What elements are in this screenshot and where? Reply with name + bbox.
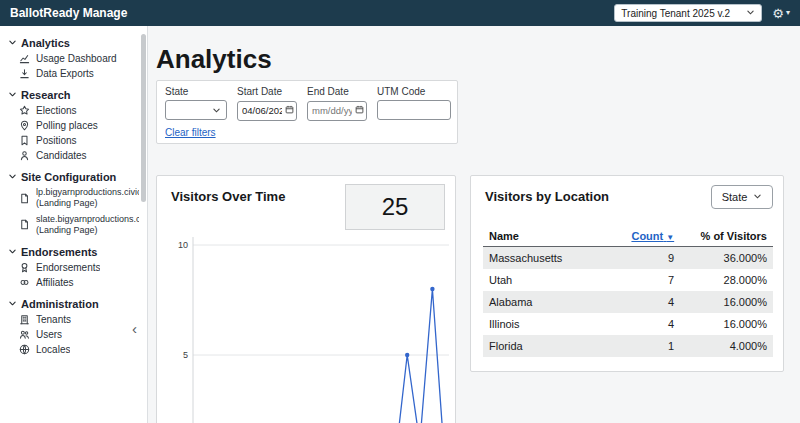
location-granularity-value: State	[722, 191, 748, 203]
affiliate-icon	[19, 277, 31, 288]
star-icon	[19, 105, 31, 116]
sidebar-section-site-configuration[interactable]: Site Configuration	[8, 168, 139, 185]
clear-filters-link[interactable]: Clear filters	[165, 127, 216, 138]
sidebar-item-users[interactable]: Users	[8, 327, 139, 342]
topbar: BallotReady Manage Training Tenant 2025 …	[0, 0, 800, 26]
chevron-down-icon	[753, 191, 762, 203]
sidebar-collapse-arrow-icon[interactable]: ‹	[132, 321, 137, 336]
sidebar-item-positions[interactable]: Positions	[8, 133, 139, 148]
sidebar-item-data-exports[interactable]: Data Exports	[8, 66, 139, 81]
sort-desc-icon: ▼	[666, 233, 674, 242]
person-icon	[19, 150, 31, 161]
table-row: Alabama416.000%	[483, 291, 773, 313]
visitors-by-location-table: Name Count ▼ % of Visitors Massachusetts…	[483, 226, 773, 357]
ribbon-icon	[19, 262, 31, 273]
svg-text:10: 10	[178, 240, 188, 250]
page-title: Analytics	[156, 44, 272, 75]
sidebar-item-slate-bigyarnproductions-civicer[interactable]: slate.bigyarnproductions.civicer(Landing…	[8, 212, 139, 239]
location-table-body: Massachusetts936.000%Utah728.000%Alabama…	[483, 247, 773, 358]
column-header-count-sort[interactable]: Count ▼	[605, 226, 680, 247]
export-icon	[19, 68, 31, 79]
visitors-over-time-card: Visitors Over Time 25 510	[156, 175, 456, 423]
app-title: BallotReady Manage	[10, 6, 604, 20]
chevron-down-icon	[8, 247, 17, 256]
sidebar-item-polling-places[interactable]: Polling places	[8, 118, 139, 133]
start-date-label: Start Date	[237, 86, 297, 97]
table-row: Utah728.000%	[483, 269, 773, 291]
sidebar-item-tenants[interactable]: Tenants	[8, 312, 139, 327]
visitors-by-location-title: Visitors by Location	[485, 189, 609, 204]
main-content: Analytics State Start Date	[148, 26, 800, 423]
visitors-by-location-card: Visitors by Location State Name Count ▼ …	[470, 175, 784, 372]
start-date-input[interactable]	[237, 101, 297, 121]
page-icon	[19, 219, 31, 230]
sidebar-section-endorsements[interactable]: Endorsements	[8, 243, 139, 260]
sidebar-item-elections[interactable]: Elections	[8, 103, 139, 118]
table-row: Florida14.000%	[483, 335, 773, 357]
svg-text:5: 5	[183, 350, 188, 360]
chevron-down-icon	[8, 172, 17, 181]
sidebar-section-administration[interactable]: Administration	[8, 295, 139, 312]
sidebar: AnalyticsUsage DashboardData ExportsRese…	[0, 26, 148, 423]
page-icon	[19, 193, 31, 204]
chart-icon	[19, 53, 31, 64]
sidebar-nav: AnalyticsUsage DashboardData ExportsRese…	[0, 26, 147, 365]
chevron-down-icon	[746, 8, 755, 19]
building-icon	[19, 314, 31, 325]
settings-menu-button[interactable]: ⚙ ▾	[772, 7, 790, 20]
location-granularity-select[interactable]: State	[711, 185, 773, 209]
chevron-down-icon	[8, 90, 17, 99]
sidebar-item-affiliates[interactable]: Affiliates	[8, 275, 139, 290]
chevron-down-icon	[8, 38, 17, 47]
pin-icon	[19, 120, 31, 131]
bookmark-icon	[19, 135, 31, 146]
column-header-name: Name	[483, 226, 605, 247]
state-filter-label: State	[165, 86, 227, 97]
chevron-down-icon: ▾	[786, 9, 790, 17]
chevron-down-icon	[212, 101, 221, 119]
sidebar-section-research[interactable]: Research	[8, 86, 139, 103]
end-date-label: End Date	[307, 86, 367, 97]
users-icon	[19, 329, 31, 340]
utm-code-input[interactable]	[377, 100, 451, 120]
column-header-percent: % of Visitors	[680, 226, 773, 247]
filters-panel: State Start Date End Date	[156, 80, 458, 144]
sidebar-item-endorsements[interactable]: Endorsements	[8, 260, 139, 275]
sidebar-item-lp-bigyarnproductions-civicengi[interactable]: lp.bigyarnproductions.civicengi(Landing …	[8, 185, 139, 212]
sidebar-scrollbar[interactable]	[141, 34, 146, 202]
sidebar-item-candidates[interactable]: Candidates	[8, 148, 139, 163]
total-visitors-value: 25	[345, 184, 445, 230]
sidebar-item-locales[interactable]: Locales	[8, 342, 139, 357]
gear-icon: ⚙	[772, 7, 784, 20]
visitors-chart: 510	[163, 231, 453, 423]
tenant-select[interactable]: Training Tenant 2025 v.2	[614, 4, 762, 22]
sidebar-section-analytics[interactable]: Analytics	[8, 34, 139, 51]
chevron-down-icon	[8, 299, 17, 308]
table-row: Massachusetts936.000%	[483, 247, 773, 270]
state-filter-select[interactable]	[165, 100, 227, 120]
table-row: Illinois416.000%	[483, 313, 773, 335]
utm-code-label: UTM Code	[377, 86, 451, 97]
visitors-over-time-title: Visitors Over Time	[171, 189, 285, 204]
sidebar-item-usage-dashboard[interactable]: Usage Dashboard	[8, 51, 139, 66]
tenant-select-value: Training Tenant 2025 v.2	[621, 8, 730, 19]
end-date-input[interactable]	[307, 101, 367, 121]
locale-icon	[19, 344, 31, 355]
